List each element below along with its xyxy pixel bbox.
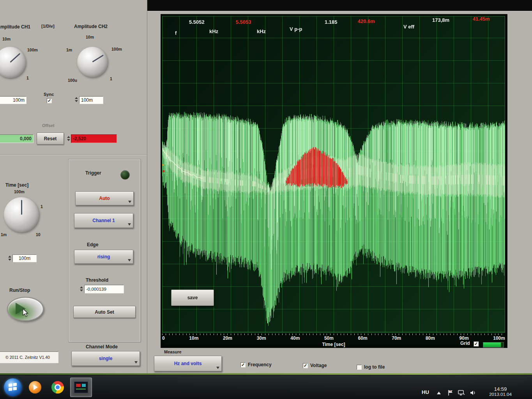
scope-display-canvas xyxy=(162,16,505,333)
sync-label: Sync xyxy=(44,92,54,97)
scope-app-taskbar-button[interactable] xyxy=(70,378,92,397)
amplitude-ch2-label: Amplitude CH2 xyxy=(74,24,108,29)
amplitude-ch2-knob[interactable] xyxy=(77,47,108,77)
threshold-value: -0,000139 xyxy=(86,287,106,291)
frequency-option[interactable]: ✓ Frequency xyxy=(240,362,272,367)
start-button[interactable] xyxy=(4,378,22,396)
offset-reset-button[interactable]: Reset xyxy=(37,132,64,145)
network-icon[interactable] xyxy=(458,389,465,396)
measure-label: Measure xyxy=(164,350,182,354)
freq-ch1-value: 5.5052 xyxy=(189,19,205,25)
media-player-icon xyxy=(29,381,41,394)
veff-ch2-value: 41.45m xyxy=(473,16,490,22)
language-indicator[interactable]: HU xyxy=(422,389,429,395)
offset-label: Offset xyxy=(42,123,55,128)
sync-checkbox[interactable]: ✓ xyxy=(47,98,52,103)
frequency-checkbox[interactable]: ✓ xyxy=(240,362,246,367)
control-panel: Amplitude CH1 [1/Div] Amplitude CH2 10m … xyxy=(0,0,147,373)
chevron-down-icon xyxy=(134,361,138,364)
x-axis-labels: 010m20m30m40m50m60m70m80m90m100m xyxy=(162,335,505,341)
ch2-amplitude-value: 100m xyxy=(81,97,93,103)
freq-ch1-unit: kHz xyxy=(209,28,218,34)
threshold-field[interactable]: -0,000139 xyxy=(84,285,124,293)
tray-expand-icon[interactable] xyxy=(435,389,443,396)
ch2-tick-100m: 100m xyxy=(111,47,122,51)
clock-time: 14:59 xyxy=(482,386,519,392)
time-tick-10: 10 xyxy=(36,232,41,237)
offset-ch2-spinner[interactable] xyxy=(67,136,70,141)
time-field[interactable]: 100m xyxy=(12,254,37,262)
offset-ch1-value: 0,000 xyxy=(20,136,32,141)
threshold-label: Threshold xyxy=(86,277,108,283)
trigger-group: Trigger Auto Channel 1 Edge rising Thres… xyxy=(68,159,141,342)
trigger-mode-value: Auto xyxy=(99,196,110,201)
offset-ch2-value: -2,520 xyxy=(73,136,86,141)
trigger-source-dropdown[interactable]: Channel 1 xyxy=(74,213,133,228)
ch2-tick-1: 1 xyxy=(110,76,112,81)
channel-mode-value: single xyxy=(99,356,113,361)
chevron-down-icon xyxy=(128,259,131,261)
chevron-down-icon xyxy=(128,223,131,226)
knob-pointer xyxy=(10,53,20,63)
measure-mode-dropdown[interactable]: Hz and volts xyxy=(154,356,222,371)
grid-label: Grid xyxy=(460,341,470,346)
copyright-text: © 2011 C. Zeitnitz V1.40 xyxy=(5,355,50,360)
amplitude-ch1-knob[interactable] xyxy=(0,47,26,78)
log-to-file-option[interactable]: log to file xyxy=(357,364,385,370)
chrome-icon xyxy=(51,381,64,394)
x-tick-label: 10m xyxy=(189,335,198,341)
chrome-taskbar-button[interactable] xyxy=(48,378,68,396)
threshold-spinner[interactable] xyxy=(80,286,83,291)
knob-pointer xyxy=(21,200,22,215)
edge-label: Edge xyxy=(87,242,98,247)
run-stop-label: Run/Stop xyxy=(9,288,30,293)
screen: Amplitude CH1 [1/Div] Amplitude CH2 10m … xyxy=(0,0,532,399)
ch1-tick-1: 1 xyxy=(27,76,29,80)
x-tick-label: 0 xyxy=(162,335,165,341)
ch2-amplitude-field[interactable]: 100m xyxy=(79,96,103,104)
ch2-tick-10m: 10m xyxy=(86,35,94,39)
auto-set-button[interactable]: Auto Set xyxy=(73,306,136,318)
clock[interactable]: 14:59 2013.01.04 xyxy=(482,386,519,397)
save-button[interactable]: save xyxy=(171,290,214,306)
ch1-amplitude-field[interactable]: 100m xyxy=(0,96,27,104)
scope-screen: f 5.5052 kHz 5.5053 kHz V p-p 1.185 420.… xyxy=(161,14,507,348)
time-knob[interactable] xyxy=(4,197,39,232)
ch1-tick-100m: 100m xyxy=(27,48,38,52)
x-tick-label: 70m xyxy=(392,335,401,341)
ch2-tick-1m: 1m xyxy=(66,48,72,52)
veff-label: V eff xyxy=(403,24,414,30)
freq-ch2-unit: kHz xyxy=(257,28,266,34)
per-div-label: [1/Div] xyxy=(41,24,55,28)
vpp-label: V p-p xyxy=(290,26,302,32)
action-center-flag-icon[interactable] xyxy=(447,389,454,396)
x-tick-label: 100m xyxy=(493,335,505,341)
time-tick-1: 1 xyxy=(41,204,43,209)
scope-panel: f 5.5052 kHz 5.5053 kHz V p-p 1.185 420.… xyxy=(147,11,532,373)
taskbar: HU 14:59 2013.01.04 xyxy=(0,375,532,399)
media-player-taskbar-button[interactable] xyxy=(25,378,45,396)
amplitude-ch1-label: Amplitude CH1 xyxy=(0,24,30,30)
ch2-amplitude-spinner[interactable] xyxy=(74,97,78,102)
trigger-mode-dropdown[interactable]: Auto xyxy=(75,191,134,205)
log-to-file-checkbox[interactable] xyxy=(357,365,362,370)
channel-mode-dropdown[interactable]: single xyxy=(71,351,140,366)
trigger-source-value: Channel 1 xyxy=(92,218,115,223)
time-spinner[interactable] xyxy=(8,256,11,261)
section-divider xyxy=(0,154,147,155)
grid-checkbox[interactable]: ✓ xyxy=(474,341,479,346)
edge-dropdown[interactable]: rising xyxy=(74,250,133,264)
trigger-title: Trigger xyxy=(85,170,101,176)
chevron-down-icon xyxy=(216,367,219,369)
time-tick-1m: 1m xyxy=(1,232,7,237)
vpp-ch2-value: 420.6m xyxy=(358,18,375,24)
freq-ch2-value: 5.5053 xyxy=(236,19,251,25)
speaker-icon[interactable] xyxy=(469,389,477,396)
edge-value: rising xyxy=(97,254,110,260)
voltage-option[interactable]: ✓ Voltage xyxy=(303,363,327,368)
voltage-checkbox[interactable]: ✓ xyxy=(303,363,308,368)
offset-ch2-field[interactable]: -2,520 xyxy=(71,134,117,143)
frequency-label: Frequency xyxy=(248,362,272,367)
offset-ch1-field[interactable]: 0,000 xyxy=(0,134,34,143)
time-label: Time [sec] xyxy=(5,182,28,188)
